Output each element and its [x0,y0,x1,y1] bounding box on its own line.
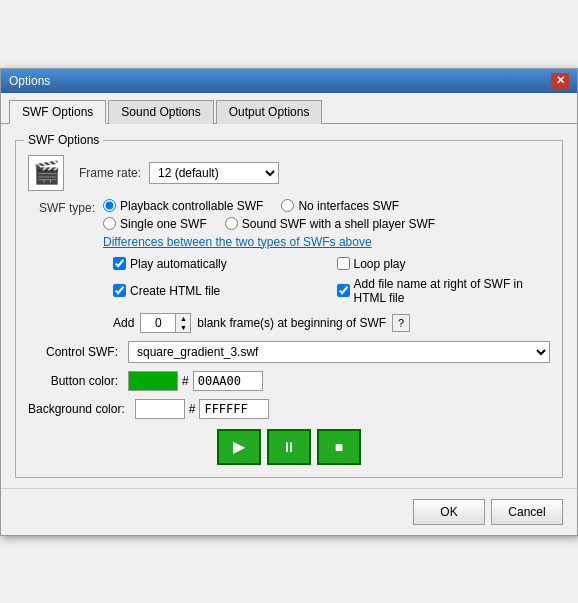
stop-button[interactable]: ■ [317,429,361,465]
swf-icon: 🎬 [33,160,60,186]
radio-playback-input[interactable] [103,199,116,212]
tab-swf[interactable]: SWF Options [9,100,106,124]
blank-frames-suffix: blank frame(s) at beginning of SWF [197,316,386,330]
spinner-down[interactable]: ▼ [176,323,190,332]
checkbox-filename[interactable]: Add file name at right of SWF in HTML fi… [337,277,551,305]
help-button[interactable]: ? [392,314,410,332]
radio-playback-label: Playback controllable SWF [120,199,263,213]
pause-button[interactable]: ⏸ [267,429,311,465]
control-swf-select[interactable]: square_gradient_3.swf [128,341,550,363]
background-color-swatch[interactable] [135,399,185,419]
swf-type-options: Playback controllable SWF No interfaces … [103,199,435,249]
radio-sound-swf-input[interactable] [225,217,238,230]
filename-label: Add file name at right of SWF in HTML fi… [354,277,551,305]
frame-rate-row: 🎬 Frame rate: 12 (default) [28,155,550,191]
ok-button[interactable]: OK [413,499,485,525]
play-auto-label: Play automatically [130,257,227,271]
footer: OK Cancel [1,488,577,535]
background-color-label: Background color: [28,402,135,416]
cancel-button[interactable]: Cancel [491,499,563,525]
checkboxes-area: Play automatically Loop play Create HTML… [113,257,550,333]
group-title: SWF Options [24,133,103,147]
spinner-up[interactable]: ▲ [176,314,190,323]
title-bar: Options ✕ [1,69,577,93]
button-color-swatch[interactable] [128,371,178,391]
play-button[interactable]: ▶ [217,429,261,465]
radio-single-input[interactable] [103,217,116,230]
media-buttons: ▶ ⏸ ■ [28,429,550,465]
background-color-hash: # [189,402,196,416]
loop-label: Loop play [354,257,406,271]
radio-single-label: Single one SWF [120,217,207,231]
tab-sound[interactable]: Sound Options [108,100,213,124]
control-swf-row: Control SWF: square_gradient_3.swf [28,341,550,363]
swf-icon-box: 🎬 [28,155,64,191]
radio-no-interfaces-label: No interfaces SWF [298,199,399,213]
checkbox-loop[interactable]: Loop play [337,257,551,271]
play-auto-input[interactable] [113,257,126,270]
loop-input[interactable] [337,257,350,270]
radio-sound-swf[interactable]: Sound SWF with a shell player SWF [225,217,435,231]
checkbox-html[interactable]: Create HTML file [113,277,327,305]
button-color-hex[interactable]: 00AA00 [193,371,263,391]
swf-options-group: SWF Options 🎬 Frame rate: 12 (default) S… [15,140,563,478]
swf-type-row-1: Playback controllable SWF No interfaces … [103,199,435,213]
swf-type-row-2: Single one SWF Sound SWF with a shell pl… [103,217,435,231]
tab-content: SWF Options 🎬 Frame rate: 12 (default) S… [1,124,577,488]
radio-sound-swf-label: Sound SWF with a shell player SWF [242,217,435,231]
blank-frames-row: Add 0 ▲ ▼ blank frame(s) at beginning of… [113,313,550,333]
filename-input[interactable] [337,284,350,297]
options-window: Options ✕ SWF Options Sound Options Outp… [0,68,578,536]
pause-icon: ⏸ [282,439,296,455]
add-label: Add [113,316,134,330]
spinner-buttons: ▲ ▼ [176,313,191,333]
blank-frames-input[interactable]: 0 [140,313,176,333]
checkbox-play-auto[interactable]: Play automatically [113,257,327,271]
frame-rate-label: Frame rate: [74,166,149,180]
tab-bar: SWF Options Sound Options Output Options [1,93,577,124]
window-title: Options [9,74,50,88]
swf-type-label: SWF type: [28,201,103,215]
swf-types-link[interactable]: Differences between the two types of SWF… [103,235,435,249]
blank-frames-spinner: 0 ▲ ▼ [140,313,191,333]
radio-playback[interactable]: Playback controllable SWF [103,199,263,213]
radio-no-interfaces[interactable]: No interfaces SWF [281,199,399,213]
frame-rate-select[interactable]: 12 (default) [149,162,279,184]
button-color-row: Button color: # 00AA00 [28,371,550,391]
background-color-row: Background color: # FFFFFF [28,399,550,419]
html-label: Create HTML file [130,284,220,298]
html-input[interactable] [113,284,126,297]
checkbox-grid: Play automatically Loop play Create HTML… [113,257,550,305]
swf-type-row: SWF type: Playback controllable SWF No i… [28,199,550,249]
stop-icon: ■ [335,439,343,455]
background-color-hex[interactable]: FFFFFF [199,399,269,419]
control-swf-label: Control SWF: [28,345,128,359]
radio-no-interfaces-input[interactable] [281,199,294,212]
tab-output[interactable]: Output Options [216,100,323,124]
radio-single[interactable]: Single one SWF [103,217,207,231]
close-button[interactable]: ✕ [551,73,569,89]
button-color-hash: # [182,374,189,388]
button-color-label: Button color: [28,374,128,388]
